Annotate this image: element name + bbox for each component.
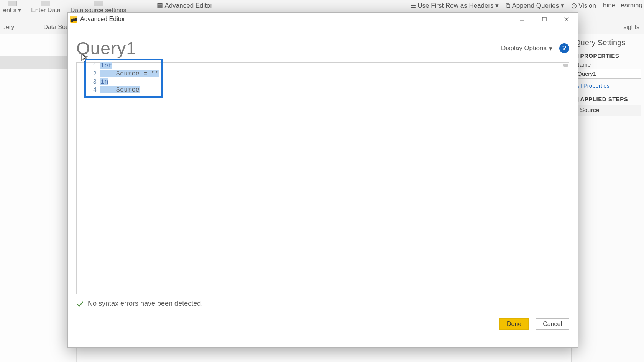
clock-icon bbox=[8, 1, 17, 6]
ribbon-label: Advanced Editor bbox=[164, 2, 212, 10]
line-number: 1 bbox=[88, 62, 97, 69]
rows-icon: ☰ bbox=[410, 2, 416, 10]
help-button[interactable]: ? bbox=[559, 43, 569, 53]
ribbon-label: Use First Row as Headers ▾ bbox=[417, 2, 499, 10]
properties-header[interactable]: ◢ PROPERTIES bbox=[575, 52, 641, 59]
code-text: Source bbox=[100, 86, 140, 93]
code-line[interactable]: 4 Source bbox=[88, 86, 159, 94]
minimize-button[interactable] bbox=[511, 13, 533, 26]
maximize-icon bbox=[542, 16, 547, 22]
code-keyword: let bbox=[100, 62, 112, 69]
close-button[interactable] bbox=[555, 13, 578, 26]
dialog-title: Advanced Editor bbox=[80, 16, 125, 23]
ribbon-group-query: uery bbox=[2, 24, 14, 31]
cancel-button[interactable]: Cancel bbox=[536, 318, 569, 330]
ribbon-item-recent[interactable]: ent s ▾ bbox=[2, 1, 23, 14]
close-icon bbox=[564, 16, 569, 22]
line-number: 3 bbox=[88, 79, 97, 85]
display-options-label: Display Options bbox=[501, 44, 547, 52]
table-icon bbox=[41, 1, 50, 6]
code-line[interactable]: 2 Source = "" bbox=[88, 70, 159, 78]
query-settings-panel: Query Settings ◢ PROPERTIES Name All Pro… bbox=[571, 34, 644, 362]
ribbon-label: hine Learning bbox=[603, 2, 642, 9]
ribbon-label: Append Queries ▾ bbox=[512, 2, 564, 10]
queries-selected-row[interactable] bbox=[0, 56, 77, 69]
name-label: Name bbox=[575, 61, 641, 68]
svg-rect-1 bbox=[542, 17, 546, 21]
advanced-editor-dialog: Advanced Editor Query1 Display Options ▾… bbox=[67, 12, 578, 348]
code-line[interactable]: 1 let bbox=[88, 62, 159, 70]
append-icon: ⧉ bbox=[506, 2, 510, 10]
code-selection-highlight: 1 let 2 Source = "" 3 in 4 Source bbox=[84, 59, 163, 98]
ribbon-group-insights: sights bbox=[623, 24, 639, 31]
ribbon-item-enter-data[interactable]: Enter Data bbox=[30, 1, 62, 14]
powerbi-icon bbox=[70, 16, 77, 23]
ribbon-machine-learning[interactable]: hine Learning bbox=[603, 1, 642, 9]
gear-icon bbox=[94, 1, 103, 6]
dialog-titlebar: Advanced Editor bbox=[68, 13, 578, 26]
applied-steps-list: Source bbox=[575, 105, 641, 116]
applied-step[interactable]: Source bbox=[575, 105, 641, 116]
chevron-down-icon: ▾ bbox=[549, 44, 552, 52]
check-icon bbox=[76, 300, 84, 308]
properties-header-label: PROPERTIES bbox=[580, 52, 619, 59]
code-text: Source = "" bbox=[100, 70, 159, 77]
done-button[interactable]: Done bbox=[499, 318, 529, 330]
applied-steps-label: APPLIED STEPS bbox=[580, 96, 628, 102]
syntax-status-text: No syntax errors have been detected. bbox=[88, 300, 203, 308]
queries-pane bbox=[0, 34, 77, 362]
syntax-status: No syntax errors have been detected. bbox=[76, 300, 569, 308]
editor-scrollbar[interactable] bbox=[564, 64, 568, 67]
ribbon-append-queries[interactable]: ⧉ Append Queries ▾ bbox=[506, 1, 564, 10]
line-number: 4 bbox=[88, 87, 97, 93]
display-options-dropdown[interactable]: Display Options ▾ bbox=[501, 44, 552, 52]
ribbon-label: Vision bbox=[578, 2, 596, 10]
code-line[interactable]: 3 in bbox=[88, 78, 159, 86]
ribbon-use-first-row[interactable]: ☰ Use First Row as Headers ▾ bbox=[410, 1, 499, 10]
all-properties-link[interactable]: All Properties bbox=[575, 82, 641, 89]
ribbon-item-datasource-settings[interactable]: Data source settings bbox=[69, 1, 128, 14]
ribbon-vision[interactable]: ◎ Vision bbox=[571, 1, 596, 10]
applied-steps-header[interactable]: ◢ APPLIED STEPS bbox=[575, 96, 641, 102]
eye-icon: ◎ bbox=[571, 2, 577, 10]
ribbon-label: ent s ▾ bbox=[3, 7, 21, 14]
code-keyword: in bbox=[100, 78, 108, 85]
query-title: Query1 bbox=[76, 38, 136, 59]
ribbon-label: Enter Data bbox=[31, 7, 60, 14]
ribbon-advanced-editor[interactable]: ▤ Advanced Editor bbox=[157, 1, 212, 10]
name-input[interactable] bbox=[575, 69, 641, 79]
document-icon: ▤ bbox=[157, 2, 163, 10]
query-settings-title: Query Settings bbox=[575, 38, 641, 47]
code-editor[interactable]: 1 let 2 Source = "" 3 in 4 Source bbox=[76, 62, 569, 294]
minimize-icon bbox=[519, 16, 525, 22]
maximize-button[interactable] bbox=[533, 13, 555, 26]
line-number: 2 bbox=[88, 70, 97, 77]
